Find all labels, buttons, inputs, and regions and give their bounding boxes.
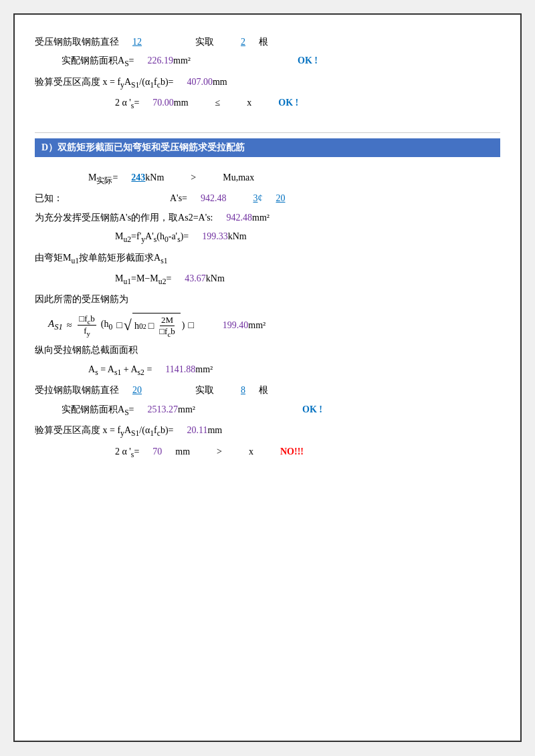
label-mu1: Mu1=M−Mu2=: [115, 271, 171, 288]
value-actual-area-tension: 2513.27: [148, 402, 179, 417]
label-known: 已知：: [35, 191, 63, 206]
value-verify-tension: 20.11: [187, 423, 207, 438]
label-mu2: Mu2=f'yA's(h0-a's)=: [115, 229, 189, 246]
text-total-label: 纵向受拉钢筋总截面面积: [35, 343, 138, 358]
label-actual-area-tension: 实配钢筋面积AS=: [62, 402, 134, 419]
sqrt-container: √ h02 □ 2M □fcb: [124, 313, 181, 338]
row-verify-compress: 验算受压区高度 x = fyAS1/(α1fcb)= 407.00 mm: [35, 75, 500, 92]
row-diameter-compress: 受压钢筋取钢筋直径 12 实取 2 根: [35, 35, 500, 49]
unit-mm2-2: mm²: [178, 402, 195, 417]
main-page: 受压钢筋取钢筋直径 12 实取 2 根 实配钢筋面积AS= 226.19 mm²…: [13, 13, 522, 742]
formula-as1: AS1 ≈ □fcb fy (h0 □ √ h02 □: [48, 313, 500, 338]
row-tension-diameter: 受拉钢筋取钢筋直径 20 实取 8 根: [35, 383, 500, 398]
x-label-1: x: [247, 96, 251, 110]
value-tension-diam: 20: [132, 383, 142, 398]
status-ok-1: OK !: [298, 53, 318, 68]
unit-note: mm²: [252, 211, 270, 225]
fraction-2m-fcb: 2M □fcb: [158, 315, 177, 338]
value-actual-area-compress: 226.19: [148, 53, 174, 68]
row-verify-tension: 验算受压区高度 x = fyAS1/(α1fcb)= 20.11 mm: [35, 423, 500, 440]
unit-mm-1: mm: [213, 75, 227, 90]
label-2as-compress: 2 α 's=: [115, 96, 139, 112]
label-total: As = As1 + As2 =: [88, 362, 152, 379]
sym-known: ¢: [257, 191, 262, 206]
bracket-close: □: [188, 320, 193, 331]
unit-mm-2: mm: [174, 96, 189, 110]
label-shiqv: 实取: [195, 35, 214, 49]
unit-mm-4: mm: [175, 445, 190, 459]
text-note: 为充分发挥受压钢筋A's的作用，取As2=A's:: [35, 211, 213, 225]
value-2as-compress: 70.00: [152, 96, 174, 110]
row-mu-actual: M实际= 243 kNm > Mu,max: [88, 170, 500, 187]
row-from-text: 由弯矩Mu1按单筋矩形截面求As1: [35, 251, 500, 267]
value-verify-compress: 407.00: [187, 75, 213, 90]
rel-le: ≤: [215, 96, 221, 110]
diam-known: 20: [276, 191, 285, 206]
status-ok-3: OK !: [302, 402, 322, 417]
status-ok-2: OK !: [278, 96, 298, 110]
row-actual-area-compress: 实配钢筋面积AS= 226.19 mm² OK !: [62, 53, 500, 70]
fraction-fcb-fy: □fcb fy: [78, 313, 96, 338]
row-2as-tension: 2 α 's= 70 mm > x NO!!!: [115, 445, 500, 461]
section-d-header: D）双筋矩形截面已知弯矩和受压钢筋求受拉配筋: [35, 138, 500, 157]
text-therefore: 因此所需的受压钢筋为: [35, 292, 128, 307]
unit-knm-1: kNm: [145, 170, 164, 185]
value-2as-tension: 70: [152, 445, 162, 459]
value-count-compress: 2: [241, 35, 245, 49]
divider-top: [35, 132, 500, 133]
row-total-label: 纵向受拉钢筋总截面面积: [35, 343, 500, 358]
section-d-body: M实际= 243 kNm > Mu,max 已知： A's= 942.48 3 …: [35, 165, 500, 471]
unit-knm-3: kNm: [206, 271, 225, 286]
row-note: 为充分发挥受压钢筋A's的作用，取As2=A's: 942.48 mm²: [35, 211, 500, 225]
label-diameter-compress: 受压钢筋取钢筋直径: [35, 35, 119, 49]
unit-formula: mm²: [248, 320, 265, 331]
row-mu1: Mu1=M−Mu2= 43.67 kNm: [115, 271, 500, 288]
row-therefore: 因此所需的受压钢筋为: [35, 292, 500, 307]
count-known: 3: [253, 191, 257, 206]
value-mu: 243: [131, 170, 145, 185]
fraction-denominator: fy: [82, 326, 92, 338]
as-prime-label: A's=: [170, 191, 187, 206]
value-mu1: 43.67: [185, 271, 206, 286]
status-no: NO!!!: [280, 445, 304, 459]
label-verify-compress: 验算受压区高度 x = fyAS1/(α1fcb)=: [35, 75, 173, 92]
frac2-denominator: □fcb: [158, 326, 177, 338]
value-mu2: 199.33: [202, 229, 228, 244]
as1-lhs: AS1: [48, 318, 63, 332]
label-mu: M实际=: [88, 170, 118, 187]
value-total: 1141.88: [165, 362, 195, 377]
x-label-2: x: [249, 445, 253, 459]
paren-open: (h0: [101, 319, 113, 332]
row-actual-area-tension: 实配钢筋面积AS= 2513.27 mm² OK !: [62, 402, 500, 419]
unit-mm-3: mm: [207, 423, 222, 438]
row-mu2: Mu2=f'yA's(h0-a's)= 199.33 kNm: [115, 229, 500, 246]
paren-close: ): [182, 320, 185, 331]
label-2as-tension: 2 α 's=: [115, 445, 139, 461]
value-as-prime: 942.48: [201, 191, 227, 206]
minus-sign-2: □: [148, 321, 154, 332]
rel-gt-2: >: [217, 445, 222, 459]
label-gen-2: 根: [259, 383, 268, 398]
approx-sign: ≈: [67, 320, 72, 331]
value-diameter-compress: 12: [132, 35, 142, 49]
label-actual-area-compress: 实配钢筋面积AS=: [62, 53, 134, 70]
section-d: D）双筋矩形截面已知弯矩和受压钢筋求受拉配筋 M实际= 243 kNm > Mu…: [35, 138, 500, 471]
label-shiqv-2: 实取: [195, 383, 214, 398]
text-from: 由弯矩Mu1按单筋矩形截面求As1: [35, 251, 168, 267]
rel-gt-1: >: [191, 170, 196, 185]
unit-total: mm²: [195, 362, 213, 377]
row-total: As = As1 + As2 = 1141.88 mm²: [88, 362, 500, 379]
label-tension-diam: 受拉钢筋取钢筋直径: [35, 383, 119, 398]
row-known: 已知： A's= 942.48 3 ¢ 20: [35, 191, 500, 206]
sqrt-symbol: √: [124, 318, 132, 333]
row-2as-compress: 2 α 's= 70.00 mm ≤ x OK !: [115, 96, 500, 112]
value-formula-result: 199.40: [223, 320, 249, 331]
frac2-numerator: 2M: [160, 315, 175, 326]
top-section: 受压钢筋取钢筋直径 12 实取 2 根 实配钢筋面积AS= 226.19 mm²…: [35, 28, 500, 127]
value-count-tension: 8: [241, 383, 245, 398]
unit-mm2-1: mm²: [173, 53, 191, 68]
unit-knm-2: kNm: [228, 229, 247, 244]
minus-sign: □: [116, 320, 122, 331]
label-verify-tension: 验算受压区高度 x = fyAS1/(α1fcb)=: [35, 423, 173, 440]
sqrt-content: h02 □ 2M □fcb: [132, 313, 181, 338]
